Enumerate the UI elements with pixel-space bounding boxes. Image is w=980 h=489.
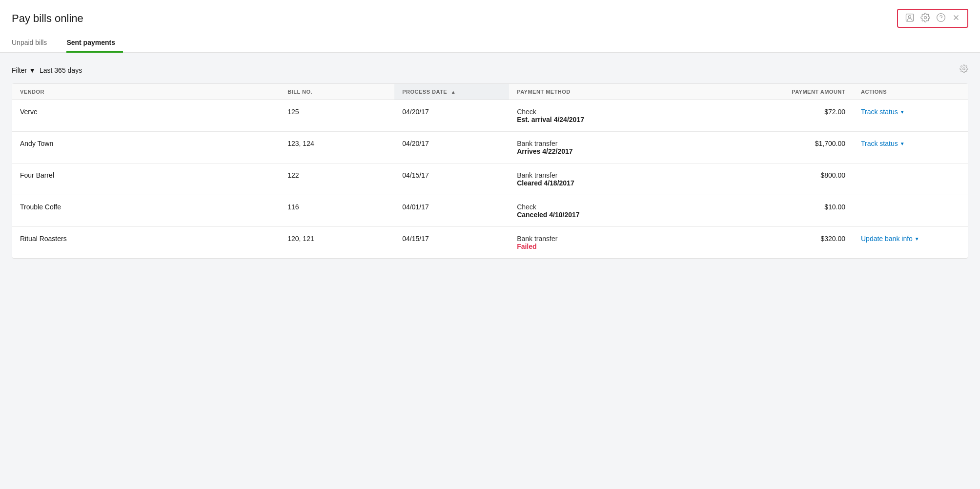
- col-header-amount[interactable]: PAYMENT AMOUNT: [719, 84, 853, 100]
- track-status-button[interactable]: Track status ▼: [861, 140, 905, 147]
- main-content: Filter ▼ Last 365 days VENDOR: [0, 53, 980, 489]
- cell-processdate: 04/01/17: [394, 195, 509, 227]
- col-header-actions: ACTIONS: [853, 84, 968, 100]
- cell-billno: 125: [280, 100, 394, 132]
- person-icon[interactable]: [905, 13, 915, 24]
- col-header-vendor[interactable]: VENDOR: [12, 84, 280, 100]
- cell-actions: [853, 195, 968, 227]
- payments-table-wrapper: VENDOR BILL NO. PROCESS DATE ▲ PAYMENT M…: [12, 83, 968, 259]
- action-chevron-icon: ▼: [915, 236, 919, 242]
- tab-sent-payments[interactable]: Sent payments: [66, 34, 123, 53]
- table-row: Trouble Coffe11604/01/17CheckCanceled 4/…: [12, 195, 968, 227]
- col-header-billno[interactable]: BILL NO.: [280, 84, 394, 100]
- cell-processdate: 04/20/17: [394, 132, 509, 163]
- filter-bar: Filter ▼ Last 365 days: [12, 64, 968, 76]
- cell-actions: [853, 163, 968, 195]
- cell-amount: $72.00: [719, 100, 853, 132]
- cell-processdate: 04/15/17: [394, 227, 509, 259]
- payment-method-status: Est. arrival 4/24/2017: [517, 116, 584, 123]
- cell-vendor: Verve: [12, 100, 280, 132]
- cell-vendor: Trouble Coffe: [12, 195, 280, 227]
- tabs-bar: Unpaid bills Sent payments: [0, 34, 980, 53]
- cell-paymethod: CheckEst. arrival 4/24/2017: [509, 100, 719, 132]
- table-header-row: VENDOR BILL NO. PROCESS DATE ▲ PAYMENT M…: [12, 84, 968, 100]
- action-chevron-icon: ▼: [900, 141, 905, 146]
- cell-actions: Track status ▼: [853, 132, 968, 163]
- help-icon[interactable]: [936, 13, 946, 24]
- cell-amount: $1,700.00: [719, 132, 853, 163]
- cell-paymethod: CheckCanceled 4/10/2017: [509, 195, 719, 227]
- header: Pay bills online: [0, 0, 980, 28]
- payment-method-type: Bank transfer: [517, 171, 557, 179]
- filter-value: Last 365 days: [40, 66, 82, 74]
- table-row: Four Barrel12204/15/17Bank transferClear…: [12, 163, 968, 195]
- page-title: Pay bills online: [12, 12, 83, 25]
- table-settings-icon[interactable]: [960, 64, 968, 76]
- cell-amount: $800.00: [719, 163, 853, 195]
- filter-button[interactable]: Filter ▼: [12, 66, 36, 74]
- payment-method-type: Bank transfer: [517, 235, 557, 243]
- payment-method-status: Canceled 4/10/2017: [517, 211, 579, 219]
- cell-processdate: 04/15/17: [394, 163, 509, 195]
- cell-actions: Update bank info ▼: [853, 227, 968, 259]
- svg-point-3: [937, 14, 945, 22]
- cell-paymethod: Bank transferCleared 4/18/2017: [509, 163, 719, 195]
- table-body: Verve12504/20/17CheckEst. arrival 4/24/2…: [12, 100, 968, 259]
- cell-vendor: Ritual Roasters: [12, 227, 280, 259]
- filter-chevron-icon: ▼: [29, 66, 36, 74]
- table-row: Ritual Roasters120, 12104/15/17Bank tran…: [12, 227, 968, 259]
- close-icon[interactable]: [952, 13, 960, 23]
- payment-method-type: Bank transfer: [517, 140, 557, 147]
- svg-point-1: [909, 16, 911, 18]
- col-header-processdate[interactable]: PROCESS DATE ▲: [394, 84, 509, 100]
- settings-icon[interactable]: [920, 13, 930, 24]
- payment-method-type: Check: [517, 108, 536, 116]
- cell-actions: Track status ▼: [853, 100, 968, 132]
- cell-amount: $320.00: [719, 227, 853, 259]
- payment-method-status: Cleared 4/18/2017: [517, 179, 574, 187]
- filter-label: Filter: [12, 66, 27, 74]
- col-header-paymethod[interactable]: PAYMENT METHOD: [509, 84, 719, 100]
- track-status-button[interactable]: Track status ▼: [861, 108, 905, 116]
- update-bank-info-button[interactable]: Update bank info ▼: [861, 235, 919, 243]
- page-container: Pay bills online: [0, 0, 980, 489]
- cell-billno: 116: [280, 195, 394, 227]
- cell-processdate: 04/20/17: [394, 100, 509, 132]
- cell-vendor: Andy Town: [12, 132, 280, 163]
- payments-table: VENDOR BILL NO. PROCESS DATE ▲ PAYMENT M…: [12, 84, 968, 258]
- cell-billno: 120, 121: [280, 227, 394, 259]
- cell-paymethod: Bank transferFailed: [509, 227, 719, 259]
- table-row: Andy Town123, 12404/20/17Bank transferAr…: [12, 132, 968, 163]
- cell-billno: 123, 124: [280, 132, 394, 163]
- payment-method-type: Check: [517, 203, 536, 211]
- svg-point-2: [924, 17, 927, 19]
- payment-method-status: Arrives 4/22/2017: [517, 147, 572, 155]
- cell-paymethod: Bank transferArrives 4/22/2017: [509, 132, 719, 163]
- tab-unpaid-bills[interactable]: Unpaid bills: [12, 34, 55, 53]
- table-row: Verve12504/20/17CheckEst. arrival 4/24/2…: [12, 100, 968, 132]
- sort-arrow-icon: ▲: [451, 89, 456, 95]
- cell-billno: 122: [280, 163, 394, 195]
- cell-vendor: Four Barrel: [12, 163, 280, 195]
- action-chevron-icon: ▼: [900, 109, 905, 115]
- header-icons-group: [897, 9, 968, 28]
- cell-amount: $10.00: [719, 195, 853, 227]
- payment-method-status: Failed: [517, 243, 536, 250]
- svg-point-7: [963, 68, 965, 70]
